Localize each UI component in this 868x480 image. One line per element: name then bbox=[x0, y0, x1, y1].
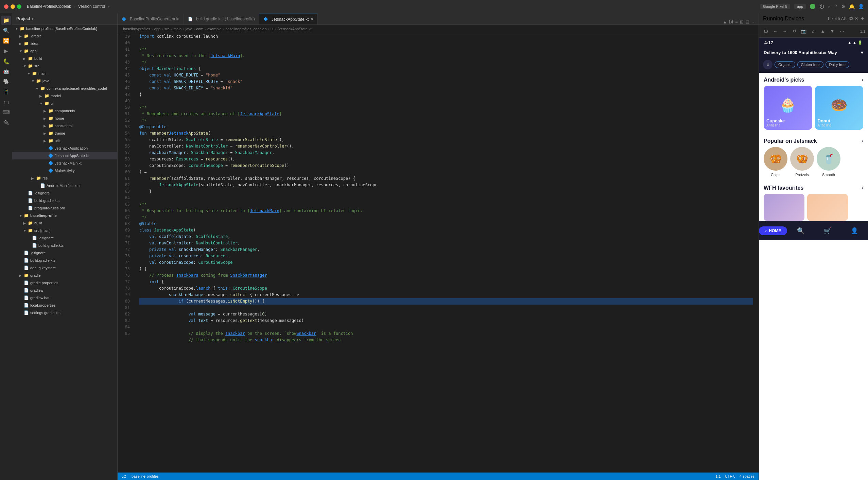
tree-item-debug-keystore[interactable]: 📄 debug.keystore bbox=[12, 264, 117, 272]
tree-item-build2[interactable]: ▶ 📁 build bbox=[12, 219, 117, 227]
tree-item-gradlew-bat[interactable]: 📄 gradlew.bat bbox=[12, 294, 117, 302]
nav-home-btn[interactable]: ⌂ HOME bbox=[759, 226, 787, 235]
filter-chip-dairy[interactable]: Dairy-free bbox=[826, 61, 849, 68]
back-btn[interactable]: ← bbox=[771, 27, 779, 35]
androids-picks-arrow[interactable]: › bbox=[862, 77, 863, 83]
sidebar-item-terminal[interactable]: ⌨ bbox=[1, 107, 11, 117]
wfh-arrow[interactable]: › bbox=[862, 185, 863, 191]
tree-item-build[interactable]: ▶ 📁 build bbox=[12, 55, 117, 62]
rotate-btn[interactable]: ↺ bbox=[790, 27, 798, 35]
view-mode-list[interactable]: ≡ bbox=[735, 19, 738, 24]
tree-item-jetsnackmain[interactable]: 🔷 JetsnackMain.kt bbox=[12, 159, 117, 167]
power-icon[interactable]: ⏻ bbox=[819, 4, 824, 9]
filter-chip-organic[interactable]: Organic bbox=[775, 61, 795, 68]
tree-item-theme[interactable]: ▶ 📁 theme bbox=[12, 130, 117, 137]
notification-icon[interactable]: 🔔 bbox=[849, 4, 855, 9]
tab-baselineprofilegenerator[interactable]: 🔷 BaselineProfileGenerator.kt bbox=[118, 14, 184, 24]
delivery-bar[interactable]: Delivery to 1600 Amphitheater Way ▾ bbox=[759, 47, 868, 58]
popular-item-smooth[interactable]: 🥤 Smooth bbox=[817, 147, 840, 177]
phone-screen[interactable]: 4:17 ▲ ▲ 🔋 Delivery to 1600 Amphitheater… bbox=[759, 38, 868, 480]
tree-item-buildgradlekts-app[interactable]: 📄 build.gradle.kts bbox=[12, 197, 117, 204]
maximize-button[interactable] bbox=[17, 4, 21, 9]
more-options[interactable]: ⋯ bbox=[751, 19, 756, 24]
nav-search[interactable]: 🔍 bbox=[787, 227, 814, 235]
tree-item-gradle-properties[interactable]: 📄 gradle.properties bbox=[12, 279, 117, 287]
add-device-button[interactable]: + bbox=[861, 16, 864, 22]
sidebar-item-android[interactable]: 🤖 bbox=[1, 67, 11, 76]
popular-item-chips[interactable]: 🥨 Chips bbox=[764, 147, 787, 177]
sidebar-item-search[interactable]: 🔍 bbox=[1, 26, 11, 35]
tree-item-baselineprofile[interactable]: ▼ 📁 baselineprofile bbox=[12, 212, 117, 219]
tree-item-settings-gradle[interactable]: 📄 settings.gradle.kts bbox=[12, 309, 117, 316]
tree-item-components[interactable]: ▶ 📁 components bbox=[12, 107, 117, 115]
tree-item-gitignore2[interactable]: 📄 .gitignore bbox=[12, 234, 117, 242]
tree-item-idea[interactable]: ▶ 📁 .idea bbox=[12, 40, 117, 47]
version-control-label[interactable]: Version control bbox=[78, 4, 105, 9]
bc-10[interactable]: JetsnackAppState.kt bbox=[277, 27, 311, 31]
tree-item-gitignore-app[interactable]: 📄 .gitignore bbox=[12, 189, 117, 197]
tree-item-root-buildgradle[interactable]: 📄 build.gradle.kts bbox=[12, 257, 117, 264]
more-btn[interactable]: ⋯ bbox=[838, 27, 846, 35]
pixel-label[interactable]: Pixel 5 API 33 ✕ + bbox=[828, 16, 864, 22]
tab-buildgradlekts[interactable]: 📄 build.gradle.kts (:baselineprofile) bbox=[184, 14, 259, 24]
sidebar-item-plugin[interactable]: 🔌 bbox=[1, 118, 11, 127]
bc-6[interactable]: com bbox=[196, 27, 204, 31]
close-button[interactable] bbox=[4, 4, 8, 9]
search-icon[interactable]: ⌕ bbox=[828, 4, 830, 9]
power-btn[interactable]: ⏻ bbox=[762, 27, 770, 35]
app-badge[interactable]: app bbox=[794, 4, 806, 9]
sidebar-item-gradle[interactable]: 🐘 bbox=[1, 77, 11, 86]
view-mode-split[interactable]: ⊞ bbox=[740, 19, 744, 24]
tree-item-com[interactable]: ▼ 📁 com.example.baselineprofiles_codel bbox=[12, 85, 117, 92]
sidebar-item-vcs[interactable]: 🔀 bbox=[1, 36, 11, 46]
bc-4[interactable]: main bbox=[173, 27, 181, 31]
tree-item-src[interactable]: ▼ 📁 src bbox=[12, 62, 117, 70]
volume-down-btn[interactable]: ▼ bbox=[828, 27, 836, 35]
forward-btn[interactable]: → bbox=[781, 27, 789, 35]
nav-home[interactable]: ⌂ HOME bbox=[759, 226, 787, 235]
sidebar-item-files[interactable]: 📁 bbox=[1, 16, 11, 25]
tree-item-local-properties[interactable]: 📄 local.properties bbox=[12, 302, 117, 309]
tree-item-ui[interactable]: ▼ 📁 ui bbox=[12, 100, 117, 107]
bc-1[interactable]: baseline-profiles bbox=[123, 27, 150, 31]
tree-item-utils[interactable]: ▶ 📁 utils bbox=[12, 137, 117, 144]
filter-icon[interactable]: ≡ bbox=[763, 60, 772, 69]
nav-profile[interactable]: 👤 bbox=[841, 227, 868, 235]
tree-item-root-gitignore[interactable]: 📄 .gitignore bbox=[12, 249, 117, 257]
nav-cart[interactable]: 🛒 bbox=[814, 227, 841, 235]
pick-card-cupcake[interactable]: Cupcake A tag line 🧁 bbox=[764, 86, 812, 130]
wfh-card-1[interactable] bbox=[764, 194, 804, 221]
tree-item-gradle-hidden[interactable]: ▶ 📁 .gradle bbox=[12, 32, 117, 40]
bc-8[interactable]: baselineprofiles_codelab bbox=[225, 27, 266, 31]
tree-item-java[interactable]: ▼ 📁 java bbox=[12, 77, 117, 85]
pick-card-donut[interactable]: Donut A tag line 🍩 bbox=[815, 86, 864, 130]
run-button[interactable] bbox=[810, 4, 815, 9]
sidebar-item-debug[interactable]: 🐛 bbox=[1, 56, 11, 66]
device-badge[interactable]: Google Pixel 5 bbox=[760, 4, 790, 9]
tree-item-buildgradlekts2[interactable]: 📄 build.gradle.kts bbox=[12, 242, 117, 249]
code-editor[interactable]: 3940414243 4445464748 4950515253 5455565… bbox=[118, 33, 759, 473]
minimize-button[interactable] bbox=[11, 4, 15, 9]
tree-item-gradlew[interactable]: 📄 gradlew bbox=[12, 287, 117, 294]
home-btn[interactable]: ⌂ bbox=[809, 27, 817, 35]
settings-icon[interactable]: ⚙ bbox=[841, 4, 846, 9]
bc-3[interactable]: src bbox=[164, 27, 170, 31]
screenshot-btn[interactable]: 📷 bbox=[800, 27, 808, 35]
wfh-card-2[interactable] bbox=[807, 194, 848, 221]
tree-item-manifest[interactable]: 📄 AndroidManifest.xml bbox=[12, 182, 117, 189]
project-dropdown[interactable]: ▾ bbox=[32, 17, 34, 21]
bc-5[interactable]: java bbox=[186, 27, 192, 31]
volume-up-btn[interactable]: ▲ bbox=[819, 27, 827, 35]
tree-item-app[interactable]: ▼ 📁 app bbox=[12, 47, 117, 55]
tree-item-src-main[interactable]: ▼ 📁 src [main] bbox=[12, 227, 117, 234]
filter-chip-gluten[interactable]: Gluten-free bbox=[797, 61, 823, 68]
tree-item-gradle-folder[interactable]: ▶ 📁 gradle bbox=[12, 272, 117, 279]
tree-item-proguard[interactable]: 📄 proguard-rules.pro bbox=[12, 204, 117, 212]
tree-root[interactable]: ▼ 📁 baseline-profiles [BaselineProfilesC… bbox=[12, 25, 117, 32]
tree-item-home[interactable]: ▶ 📁 home bbox=[12, 115, 117, 122]
tree-item-jetsnackappstate[interactable]: 🔷 JetsnackAppState.kt bbox=[12, 152, 117, 159]
tree-item-main[interactable]: ▼ 📁 main bbox=[12, 70, 117, 77]
tree-item-mainactivity[interactable]: 🔷 MainActivity bbox=[12, 167, 117, 174]
tree-item-snackdetail[interactable]: ▶ 📁 snackdetail bbox=[12, 122, 117, 130]
file-tree-body[interactable]: ▼ 📁 baseline-profiles [BaselineProfilesC… bbox=[12, 25, 117, 480]
